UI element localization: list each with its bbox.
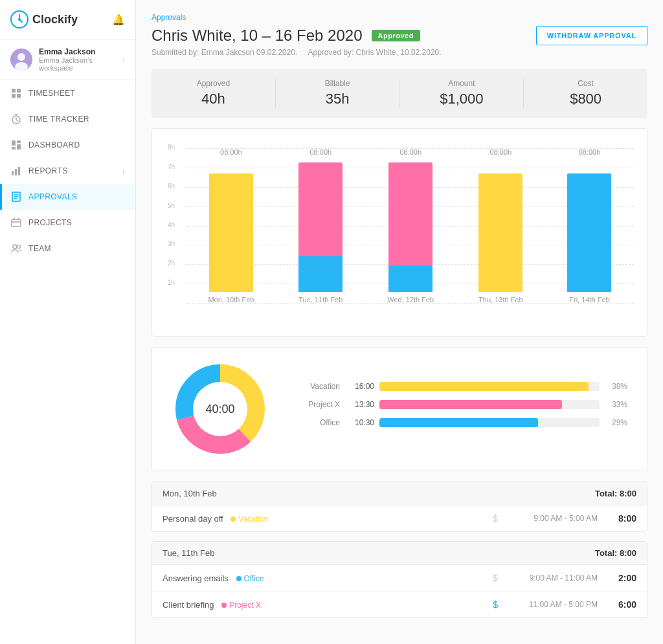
day-label-tue: Tue, 11th Feb <box>163 548 214 558</box>
day-total-mon: Total: 8:00 <box>595 489 636 498</box>
legend-label-office: Office <box>295 418 340 427</box>
grid-label-4h: 4h <box>168 221 175 228</box>
bar-label-mon-bottom: Mon, 10th Feb <box>208 296 254 304</box>
svg-point-20 <box>17 245 21 249</box>
bar-chart-bars: 08:00h Mon, 10th Feb 08:00h Tu <box>186 148 634 304</box>
donut-chart: 40:00 <box>172 361 269 458</box>
bar-label-tue-bottom: Tue, 11th Feb <box>298 296 343 304</box>
bar-label-fri-top: 08:00h <box>579 148 601 156</box>
logo-area: Clockify 🔔 <box>0 0 135 39</box>
sidebar-item-reports[interactable]: REPORTS › <box>0 158 135 184</box>
svg-rect-5 <box>12 89 16 93</box>
svg-rect-18 <box>12 219 21 227</box>
entry-project-name-tue-1: Office <box>244 574 264 583</box>
user-profile[interactable]: Emma Jackson Emma Jackson's workspace › <box>0 39 135 80</box>
bar-label-thu-bottom: Thu, 13th Feb <box>478 296 523 304</box>
sidebar-item-team[interactable]: TEAM <box>0 236 135 261</box>
sidebar-item-projects-label: PROJECTS <box>28 218 72 227</box>
stat-approved-label: Approved <box>152 79 275 88</box>
sidebar: Clockify 🔔 Emma Jackson Emma Jackson's w… <box>0 0 136 644</box>
svg-rect-15 <box>15 169 17 175</box>
bar-group-mon: 08:00h Mon, 10th Feb <box>208 148 254 304</box>
page-header: Chris White, 10 – 16 Feb 2020 Approved W… <box>152 26 647 45</box>
stat-approved: Approved 40h <box>152 79 276 107</box>
bar-group-thu: 08:00h Thu, 13th Feb <box>478 148 523 304</box>
approvals-icon <box>10 191 22 203</box>
svg-point-19 <box>13 245 17 249</box>
legend-bar-projectx <box>379 400 562 409</box>
bar-thu-vacation <box>478 173 523 292</box>
reports-icon <box>10 165 22 177</box>
grid-label-5h: 5h <box>168 202 175 209</box>
team-icon <box>10 243 22 254</box>
legend-row-projectx: Project X 13:30 33% <box>295 400 627 409</box>
sidebar-item-time-tracker-label: TIME TRACKER <box>28 115 89 124</box>
svg-rect-10 <box>12 140 16 146</box>
sidebar-item-dashboard[interactable]: DASHBOARD <box>0 132 135 158</box>
grid-label-8h: 8h <box>168 144 175 151</box>
entry-project-name-mon-1: Vacation <box>238 515 268 524</box>
user-info: Emma Jackson Emma Jackson's workspace <box>39 47 122 72</box>
entry-billable-tue-1: $ <box>493 573 498 583</box>
bar-tue-office <box>298 256 343 292</box>
stat-amount: Amount $1,000 <box>400 79 524 107</box>
bar-label-wed-bottom: Wed, 12th Feb <box>387 296 434 304</box>
bar-label-fri-bottom: Fri, 14th Feb <box>569 296 609 304</box>
day-total-tue: Total: 8:00 <box>595 548 636 558</box>
entry-billable-tue-2: $ <box>493 599 498 610</box>
sidebar-item-projects[interactable]: PROJECTS <box>0 210 135 236</box>
bar-label-wed-top: 08:00h <box>399 148 421 156</box>
stat-cost-label: Cost <box>524 79 647 88</box>
logo: Clockify <box>10 10 78 28</box>
svg-rect-12 <box>17 144 21 150</box>
legend-time-office: 10:30 <box>345 418 374 427</box>
entry-name-tue-2: Client briefing Project X <box>163 600 493 610</box>
day-section-mon: Mon, 10th Feb Total: 8:00 Personal day o… <box>152 482 647 532</box>
stat-billable-label: Billable <box>276 79 399 88</box>
stat-cost-value: $800 <box>524 91 647 107</box>
withdraw-approval-button[interactable]: WITHDRAW APPROVAL <box>536 26 647 45</box>
sidebar-item-timesheet[interactable]: TIMESHEET <box>0 80 135 106</box>
reports-chevron-icon: › <box>122 167 125 175</box>
projects-icon <box>10 217 22 228</box>
bar-group-wed: 08:00h Wed, 12th Feb <box>387 148 434 304</box>
sidebar-item-approvals[interactable]: APPROVALS <box>0 184 135 210</box>
approved-by-text: Approved by: Chris White, 10.02.2020. <box>308 48 441 57</box>
bar-wed-projectx <box>388 162 433 266</box>
entry-time-range-mon-1: 9:00 AM - 5:00 AM <box>513 514 598 523</box>
stat-cost: Cost $800 <box>524 79 647 107</box>
stat-billable: Billable 35h <box>276 79 400 107</box>
bar-label-tue-top: 08:00h <box>309 148 332 156</box>
legend-time-projectx: 13:30 <box>345 400 374 409</box>
sidebar-nav: TIMESHEET TIME TRACKER DASHBOARD REPORTS… <box>0 80 135 261</box>
dashboard-icon <box>10 139 22 151</box>
project-dot-office-1 <box>236 576 242 581</box>
timesheet-icon <box>10 87 22 99</box>
grid-label-6h: 6h <box>168 183 175 190</box>
sidebar-item-timesheet-label: TIMESHEET <box>28 89 75 98</box>
submitted-by-text: Submitted by: Emma Jakcson 09.02.2020. <box>152 48 297 57</box>
entry-project-tue-1: Office <box>236 574 264 583</box>
entry-project-mon-1: Vacation <box>230 515 268 524</box>
legend-bar-office <box>379 418 538 427</box>
svg-rect-7 <box>12 94 16 98</box>
approved-badge: Approved <box>372 30 420 41</box>
bar-group-fri: 08:00h Fri, 14th Feb <box>567 148 611 304</box>
bar-wed-office <box>388 266 433 292</box>
svg-rect-11 <box>17 140 21 143</box>
bar-chart-card: 8h 7h 6h 5h 4h 3h 2h 1h 08:00h Mon, 10th <box>152 128 647 337</box>
grid-label-7h: 7h <box>168 163 175 170</box>
legend-bar-vacation <box>379 382 589 391</box>
time-entry-tue-2: Client briefing Project X $ 11:00 AM - 5… <box>152 592 647 617</box>
bar-label-thu-top: 08:00h <box>490 148 512 156</box>
entry-time-range-tue-2: 11:00 AM - 5:00 PM <box>513 600 598 609</box>
svg-rect-14 <box>12 171 14 175</box>
sidebar-item-team-label: TEAM <box>28 244 51 253</box>
sidebar-item-reports-label: REPORTS <box>28 166 68 175</box>
entry-duration-tue-1: 2:00 <box>611 573 636 583</box>
svg-rect-8 <box>17 94 21 98</box>
sidebar-item-time-tracker[interactable]: TIME TRACKER <box>0 106 135 132</box>
svg-rect-16 <box>18 167 20 175</box>
bell-icon[interactable]: 🔔 <box>112 14 125 26</box>
stat-amount-label: Amount <box>400 79 524 88</box>
